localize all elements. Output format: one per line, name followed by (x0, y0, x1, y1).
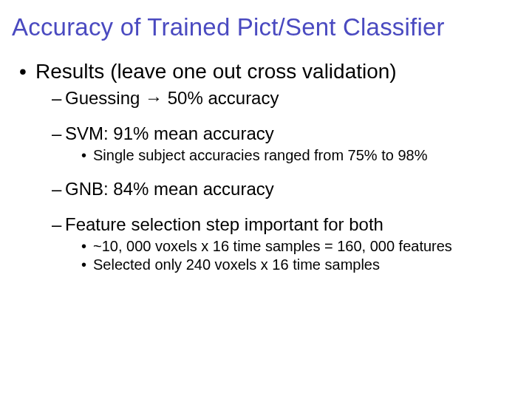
arrow-icon: → (145, 88, 163, 108)
feature-text: Feature selection step important for bot… (65, 214, 383, 234)
svm-text: SVM: 91% mean accuracy (65, 123, 274, 143)
list-item: Feature selection step important for bot… (52, 214, 520, 274)
slide: Accuracy of Trained Pict/Sent Classifier… (0, 0, 532, 399)
list-item: Selected only 240 voxels x 16 time sampl… (81, 256, 520, 274)
list-item: Results (leave one out cross validation)… (19, 59, 520, 274)
list-item: Single subject accuracies ranged from 75… (81, 146, 520, 165)
list-item: SVM: 91% mean accuracy Single subject ac… (52, 123, 520, 165)
slide-title: Accuracy of Trained Pict/Sent Classifier (12, 13, 520, 41)
bullet-list-level1: Results (leave one out cross validation)… (12, 59, 520, 274)
guessing-text: Guessing (65, 88, 145, 108)
bullet-list-level3: ~10, 000 voxels x 16 time samples = 160,… (65, 237, 520, 274)
results-heading-text: Results (leave one out cross validation) (35, 60, 397, 83)
list-item: GNB: 84% mean accuracy (52, 178, 520, 200)
gnb-text: GNB: 84% mean accuracy (65, 179, 274, 199)
list-item: Guessing → 50% accuracy (52, 87, 520, 109)
bullet-list-level2: Guessing → 50% accuracy SVM: 91% mean ac… (35, 87, 520, 274)
guessing-tail-text: 50% accuracy (163, 88, 279, 108)
svm-sub-text: Single subject accuracies ranged from 75… (93, 147, 427, 163)
bullet-list-level3: Single subject accuracies ranged from 75… (65, 146, 520, 165)
feature-sub2-text: Selected only 240 voxels x 16 time sampl… (93, 256, 380, 273)
feature-sub1-text: ~10, 000 voxels x 16 time samples = 160,… (93, 238, 452, 254)
list-item: ~10, 000 voxels x 16 time samples = 160,… (81, 237, 520, 256)
